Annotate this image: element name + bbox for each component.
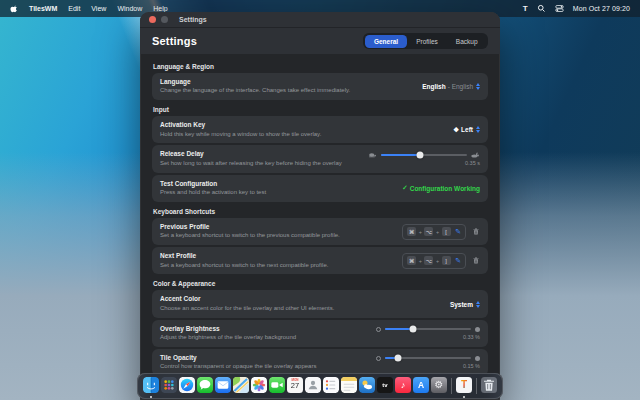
test-configuration-desc: Press and hold the activation key to tes…: [160, 189, 266, 197]
edit-pencil-icon[interactable]: ✎: [455, 257, 461, 265]
accent-color-row: Accent Color Choose an accent color for …: [152, 290, 488, 317]
dock-separator: [476, 378, 477, 394]
activation-key-value: Left: [461, 126, 473, 133]
section-input: Input: [153, 106, 488, 113]
tile-opacity-desc: Control how transparent or opaque the ti…: [160, 363, 316, 371]
tab-profiles[interactable]: Profiles: [407, 35, 447, 48]
dock-facetime[interactable]: [269, 377, 285, 398]
brightness-high-icon: [475, 327, 480, 332]
menu-item-edit[interactable]: Edit: [68, 5, 80, 12]
close-button[interactable]: [149, 16, 156, 23]
section-language-region: Language & Region: [153, 63, 488, 70]
previous-profile-shortcut[interactable]: ⌘ + ⌥ + [ ✎: [402, 224, 466, 240]
calendar-day: 27: [291, 382, 299, 390]
release-delay-slider[interactable]: [381, 154, 467, 157]
section-keyboard-shortcuts: Keyboard Shortcuts: [153, 208, 488, 215]
previous-profile-desc: Set a keyboard shortcut to switch to the…: [160, 232, 340, 240]
dock-photos[interactable]: [251, 377, 267, 398]
dock-mail[interactable]: [215, 377, 231, 398]
menu-item-help[interactable]: Help: [153, 5, 167, 12]
activation-key-desc: Hold this key while moving a window to s…: [160, 131, 321, 139]
hare-fast-icon: [471, 152, 480, 158]
status-text: Configuration Working: [410, 185, 480, 192]
minimize-button[interactable]: [161, 16, 168, 23]
dock-notes[interactable]: [341, 377, 357, 398]
dock-music[interactable]: ♪: [395, 377, 411, 398]
bracket-key: ]: [442, 256, 451, 265]
spotlight-search-icon[interactable]: [537, 4, 546, 13]
menubar-clock[interactable]: Mon Oct 27 09:20: [573, 5, 630, 12]
delete-shortcut-button[interactable]: [472, 256, 480, 265]
plus-separator: +: [436, 258, 439, 264]
chevron-updown-icon: [476, 126, 480, 133]
language-select[interactable]: English - English: [422, 83, 480, 90]
dock-system-settings[interactable]: ⚙: [431, 377, 447, 398]
previous-profile-title: Previous Profile: [160, 223, 340, 231]
delete-shortcut-button[interactable]: [472, 227, 480, 236]
tileswm-menubar-icon[interactable]: T: [523, 4, 528, 13]
overlay-brightness-value: 0.33 %: [463, 334, 480, 340]
dock-finder[interactable]: [143, 377, 159, 398]
slider-thumb[interactable]: [416, 151, 423, 158]
test-configuration-row: Test Configuration Press and hold the ac…: [152, 175, 488, 202]
activation-key-select[interactable]: ❖ Left: [453, 126, 480, 134]
tile-opacity-title: Tile Opacity: [160, 354, 316, 362]
overlay-brightness-slider[interactable]: [385, 328, 471, 331]
dock-maps[interactable]: [233, 377, 249, 398]
dock-separator: [451, 378, 452, 394]
status-badge: ✓ Configuration Working: [402, 184, 480, 192]
menu-item-app[interactable]: TilesWM: [29, 5, 57, 12]
next-profile-title: Next Profile: [160, 252, 328, 260]
next-profile-desc: Set a keyboard shortcut to switch to the…: [160, 262, 328, 270]
overlay-brightness-desc: Adjust the brightness of the tile overla…: [160, 334, 296, 342]
language-value-dim: - English: [448, 83, 473, 90]
screen: TilesWM Edit View Window Help T Mon Oct …: [0, 0, 640, 400]
chevron-updown-icon: [476, 83, 480, 90]
window-title: Settings: [179, 16, 207, 23]
next-profile-shortcut[interactable]: ⌘ + ⌥ + ] ✎: [402, 253, 466, 269]
language-value: English: [422, 83, 445, 90]
dock-launchpad[interactable]: [161, 377, 177, 398]
gear-icon: ⚙: [435, 379, 444, 390]
overlay-brightness-title: Overlay Brightness: [160, 325, 296, 333]
modifier-key-icon: ❖: [453, 126, 459, 134]
check-icon: ✓: [402, 184, 407, 192]
activation-key-title: Activation Key: [160, 121, 321, 129]
menu-item-window[interactable]: Window: [117, 5, 142, 12]
control-center-icon[interactable]: [555, 4, 564, 13]
dock: MON 27: [137, 373, 503, 399]
dock-reminders[interactable]: [323, 377, 339, 398]
window-titlebar[interactable]: Settings: [140, 12, 500, 28]
tab-backup[interactable]: Backup: [447, 35, 487, 48]
tile-opacity-slider[interactable]: [385, 357, 471, 360]
opacity-high-icon: [475, 356, 480, 361]
slider-thumb[interactable]: [394, 355, 401, 362]
dock-appstore[interactable]: A: [413, 377, 429, 398]
slider-thumb[interactable]: [410, 326, 417, 333]
section-color-appearance: Color & Appearance: [153, 280, 488, 287]
dock-messages[interactable]: [197, 377, 213, 398]
apple-menu-icon[interactable]: [10, 4, 18, 13]
dock-trash[interactable]: [481, 377, 497, 398]
opacity-low-icon: [376, 356, 381, 361]
dock-appletv[interactable]: tv: [377, 377, 393, 398]
dock-calendar[interactable]: MON 27: [287, 377, 303, 398]
settings-window: Settings Settings General Profiles Backu…: [140, 12, 500, 400]
tile-opacity-value: 0.15 %: [463, 363, 480, 369]
language-row: Language Change the language of the inte…: [152, 73, 488, 100]
menu-item-view[interactable]: View: [91, 5, 106, 12]
dock-contacts[interactable]: [305, 377, 321, 398]
appstore-label: A: [418, 380, 424, 390]
option-key: ⌥: [424, 256, 433, 265]
release-delay-row: Release Delay Set how long to wait after…: [152, 145, 488, 172]
bracket-key: [: [442, 227, 451, 236]
accent-color-select[interactable]: System: [450, 301, 480, 308]
window-header: Settings General Profiles Backup: [140, 28, 500, 54]
brightness-low-icon: [376, 327, 381, 332]
dock-safari[interactable]: [179, 377, 195, 398]
overlay-brightness-row: Overlay Brightness Adjust the brightness…: [152, 320, 488, 347]
edit-pencil-icon[interactable]: ✎: [455, 228, 461, 236]
dock-weather[interactable]: [359, 377, 375, 398]
dock-tileswm[interactable]: T: [456, 377, 472, 398]
tab-general[interactable]: General: [365, 35, 407, 48]
